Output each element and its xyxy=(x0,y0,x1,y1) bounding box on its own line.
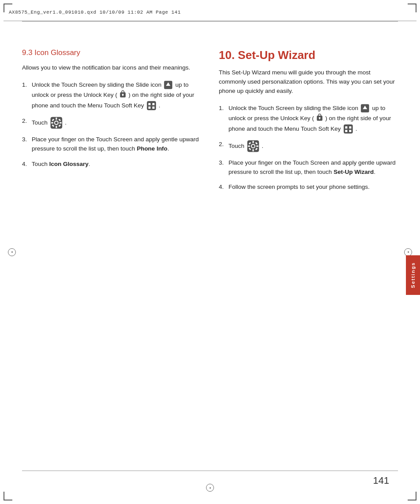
left-step-4-text: Touch Icon Glossary. xyxy=(32,160,201,169)
top-line xyxy=(22,21,398,22)
slide-up-icon-right-1 xyxy=(361,104,369,113)
right-step-4-number: 4. xyxy=(219,183,227,192)
right-section-title: 10. Set-Up Wizard xyxy=(219,48,398,62)
unlock-key-icon-left-1 xyxy=(120,90,126,101)
settings-tab-label: Settings xyxy=(410,262,416,288)
svg-rect-15 xyxy=(59,122,62,123)
svg-rect-28 xyxy=(345,130,347,132)
settings-tab: Settings xyxy=(406,255,420,295)
right-step-1: 1. Unlock the Touch Screen by sliding th… xyxy=(219,104,398,134)
corner-mark-bl xyxy=(4,492,12,500)
svg-rect-8 xyxy=(148,107,151,109)
svg-rect-13 xyxy=(55,126,57,128)
right-step-1-number: 1. xyxy=(219,104,227,134)
svg-rect-27 xyxy=(349,126,351,129)
right-step-3-text: Place your finger on the Touch Screen an… xyxy=(228,158,398,177)
right-section-intro: This Set-Up Wizard menu will guide you t… xyxy=(219,68,398,96)
menu-soft-key-icon-right-1 xyxy=(343,124,353,134)
page-number: 141 xyxy=(373,475,389,486)
content-area: 9.3 Icon Glossary Allows you to view the… xyxy=(22,44,398,460)
right-step-2: 2. Touch xyxy=(219,140,398,152)
unlock-key-icon-right-1 xyxy=(317,113,323,124)
svg-rect-33 xyxy=(252,149,254,151)
svg-rect-25 xyxy=(344,125,353,133)
left-section-intro: Allows you to view the notification bar … xyxy=(22,63,201,73)
right-step-3-number: 3. xyxy=(219,158,227,177)
left-step-3-bold: Phone Info xyxy=(137,145,168,152)
svg-rect-4 xyxy=(122,95,123,96)
right-column: 10. Set-Up Wizard This Set-Up Wizard men… xyxy=(219,44,398,460)
svg-rect-34 xyxy=(248,145,250,147)
svg-rect-7 xyxy=(152,103,155,105)
svg-rect-35 xyxy=(256,145,258,147)
svg-rect-9 xyxy=(152,107,155,109)
left-step-2-number: 2. xyxy=(22,117,30,129)
svg-rect-26 xyxy=(345,126,347,129)
left-column: 9.3 Icon Glossary Allows you to view the… xyxy=(22,44,201,460)
svg-rect-14 xyxy=(51,122,53,123)
left-step-1: 1. Unlock the Touch Screen by sliding th… xyxy=(22,81,201,110)
right-step-4-text: Follow the screen prompts to set your ph… xyxy=(228,183,398,192)
left-step-4-bold: Icon Glossary xyxy=(49,161,88,167)
left-step-2-text: Touch xyxy=(32,117,201,129)
svg-rect-5 xyxy=(147,101,156,110)
header-text: AX8575_Eng_ver1.0_091010.qxd 10/10/09 11… xyxy=(9,10,181,15)
svg-rect-29 xyxy=(349,130,351,132)
corner-mark-br xyxy=(408,492,416,500)
left-step-2: 2. Touch xyxy=(22,117,201,129)
svg-rect-24 xyxy=(319,118,320,119)
right-step-3-bold: Set-Up Wizard xyxy=(334,169,374,175)
reg-circle-right xyxy=(404,248,412,256)
right-step-3: 3. Place your finger on the Touch Screen… xyxy=(219,158,398,177)
header-bar: AX8575_Eng_ver1.0_091010.qxd 10/10/09 11… xyxy=(4,4,416,21)
gear-icon-right-2 xyxy=(247,140,259,152)
menu-soft-key-icon-left-1 xyxy=(147,101,156,110)
left-step-3-number: 3. xyxy=(22,135,30,154)
slide-up-icon-left-1 xyxy=(164,81,173,89)
bottom-line xyxy=(22,471,398,471)
left-step-3: 3. Place your finger on the Touch Screen… xyxy=(22,135,201,154)
svg-rect-12 xyxy=(55,118,57,120)
left-step-3-text: Place your finger on the Touch Screen an… xyxy=(32,135,201,154)
reg-circle-bottom xyxy=(206,484,214,492)
right-step-1-text: Unlock the Touch Screen by sliding the S… xyxy=(228,104,398,134)
svg-rect-32 xyxy=(252,141,254,143)
right-step-4: 4. Follow the screen prompts to set your… xyxy=(219,183,398,192)
svg-rect-6 xyxy=(148,103,151,105)
left-step-4-number: 4. xyxy=(22,160,30,169)
right-step-2-text: Touch xyxy=(228,140,398,152)
left-step-4: 4. Touch Icon Glossary. xyxy=(22,160,201,169)
left-section-title: 9.3 Icon Glossary xyxy=(22,48,201,57)
left-step-1-number: 1. xyxy=(22,81,30,110)
left-step-1-text: Unlock the Touch Screen by sliding the S… xyxy=(32,81,201,110)
reg-circle-left xyxy=(8,248,16,256)
gear-icon-left-2 xyxy=(50,117,63,129)
right-step-2-number: 2. xyxy=(219,140,227,152)
